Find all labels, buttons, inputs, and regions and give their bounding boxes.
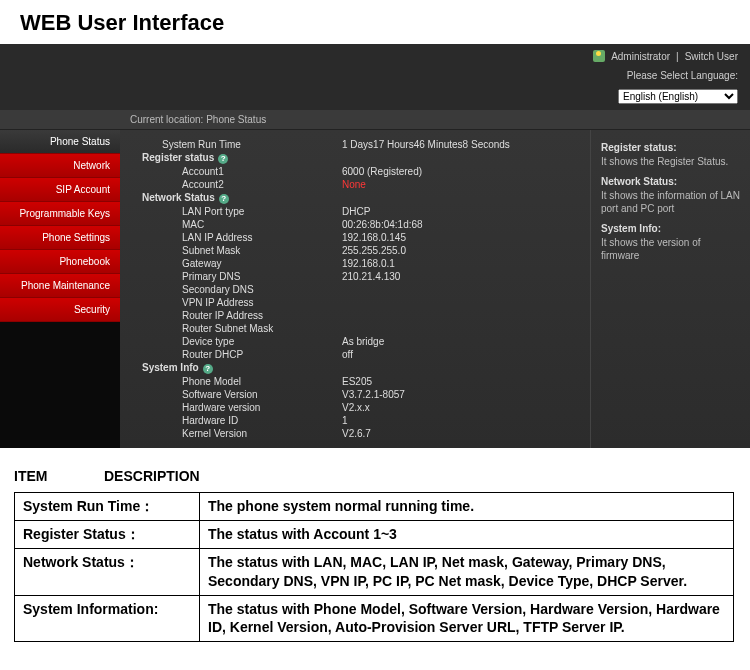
language-label: Please Select Language:	[627, 70, 738, 81]
detail-label: Subnet Mask	[132, 245, 342, 256]
detail-value	[342, 323, 578, 334]
sidebar-fill	[0, 322, 120, 448]
detail-row: System Run Time1 Days17 Hours46 Minutes8…	[132, 138, 578, 151]
description-header: ITEM DESCRIPTION	[14, 468, 736, 484]
detail-row: LAN IP Address192.168.0.145	[132, 231, 578, 244]
sidebar-item-phone-settings[interactable]: Phone Settings	[0, 226, 120, 250]
detail-value: 192.168.0.1	[342, 258, 578, 269]
detail-value	[342, 310, 578, 321]
description-section: ITEM DESCRIPTION System Run Time：The pho…	[0, 448, 750, 662]
topbar: Administrator | Switch User	[0, 44, 750, 68]
detail-value: 6000 (Registered)	[342, 166, 578, 177]
table-row: Network Status：The status with LAN, MAC,…	[15, 548, 734, 595]
table-row: System Run Time：The phone system normal …	[15, 493, 734, 521]
detail-label: Network Status?	[132, 192, 342, 204]
help-register-title: Register status:	[601, 142, 740, 153]
detail-label: Router IP Address	[132, 310, 342, 321]
detail-value: ES205	[342, 376, 578, 387]
detail-label: Router Subnet Mask	[132, 323, 342, 334]
table-row: Register Status：The status with Account …	[15, 520, 734, 548]
detail-label: Device type	[132, 336, 342, 347]
detail-row: Secondary DNS	[132, 283, 578, 296]
detail-label: Hardware ID	[132, 415, 342, 426]
detail-value: 00:26:8b:04:1d:68	[342, 219, 578, 230]
desc-item: System Information:	[15, 595, 200, 642]
desc-col-description: DESCRIPTION	[104, 468, 200, 484]
content: System Run Time1 Days17 Hours46 Minutes8…	[120, 130, 750, 448]
sidebar-item-security[interactable]: Security	[0, 298, 120, 322]
sidebar-item-phone-status[interactable]: Phone Status	[0, 130, 120, 154]
help-system-text: It shows the version of firmware	[601, 236, 740, 262]
detail-value: DHCP	[342, 206, 578, 217]
detail-value: V2.6.7	[342, 428, 578, 439]
detail-label: Hardware version	[132, 402, 342, 413]
sidebar-item-sip-account[interactable]: SIP Account	[0, 178, 120, 202]
detail-label: Secondary DNS	[132, 284, 342, 295]
detail-value: V3.7.2.1-8057	[342, 389, 578, 400]
desc-text: The status with Phone Model, Software Ve…	[200, 595, 734, 642]
help-network-text: It shows the information of LAN port and…	[601, 189, 740, 215]
sidebar-item-phone-maintenance[interactable]: Phone Maintenance	[0, 274, 120, 298]
app-frame: Administrator | Switch User Please Selec…	[0, 44, 750, 448]
detail-label: Account2	[132, 179, 342, 190]
desc-item: System Run Time：	[15, 493, 200, 521]
detail-value	[342, 284, 578, 295]
admin-link[interactable]: Administrator	[611, 51, 670, 62]
detail-row: Account2None	[132, 178, 578, 191]
detail-label: Kernel Version	[132, 428, 342, 439]
detail-row: Network Status?	[132, 191, 578, 205]
detail-value	[342, 362, 578, 374]
breadcrumb: Current location: Phone Status	[0, 110, 750, 130]
detail-row: Hardware ID1	[132, 414, 578, 427]
detail-label: Register status?	[132, 152, 342, 164]
help-icon[interactable]: ?	[203, 364, 213, 374]
detail-value	[342, 192, 578, 204]
user-icon	[593, 50, 605, 62]
desc-item: Network Status：	[15, 548, 200, 595]
detail-label: LAN Port type	[132, 206, 342, 217]
desc-item: Register Status：	[15, 520, 200, 548]
detail-row: Account16000 (Registered)	[132, 165, 578, 178]
detail-label: Account1	[132, 166, 342, 177]
detail-row: Router Subnet Mask	[132, 322, 578, 335]
detail-value: 192.168.0.145	[342, 232, 578, 243]
sidebar-item-phonebook[interactable]: Phonebook	[0, 250, 120, 274]
language-row: Please Select Language:	[0, 68, 750, 87]
help-panel: Register status: It shows the Register S…	[590, 130, 750, 448]
sidebar-item-network[interactable]: Network	[0, 154, 120, 178]
sidebar-item-programmable-keys[interactable]: Programmable Keys	[0, 202, 120, 226]
detail-label: Software Version	[132, 389, 342, 400]
detail-row: Gateway192.168.0.1	[132, 257, 578, 270]
detail-value: V2.x.x	[342, 402, 578, 413]
detail-row: MAC00:26:8b:04:1d:68	[132, 218, 578, 231]
detail-row: Router IP Address	[132, 309, 578, 322]
detail-row: LAN Port typeDHCP	[132, 205, 578, 218]
detail-row: Hardware versionV2.x.x	[132, 401, 578, 414]
detail-value: off	[342, 349, 578, 360]
detail-row: VPN IP Address	[132, 296, 578, 309]
detail-value: 1	[342, 415, 578, 426]
description-table: System Run Time：The phone system normal …	[14, 492, 734, 642]
detail-value	[342, 152, 578, 164]
detail-row: Phone ModelES205	[132, 375, 578, 388]
help-icon[interactable]: ?	[218, 154, 228, 164]
switch-user-link[interactable]: Switch User	[685, 51, 738, 62]
detail-value: None	[342, 179, 578, 190]
detail-label: Phone Model	[132, 376, 342, 387]
detail-row: Software VersionV3.7.2.1-8057	[132, 388, 578, 401]
detail-value: 210.21.4.130	[342, 271, 578, 282]
help-network-title: Network Status:	[601, 176, 740, 187]
sidebar: Phone Status Network SIP Account Program…	[0, 130, 120, 448]
separator: |	[676, 51, 679, 62]
language-select[interactable]: English (English)	[618, 89, 738, 104]
table-row: System Information:The status with Phone…	[15, 595, 734, 642]
detail-label: System Info?	[132, 362, 342, 374]
page-title: WEB User Interface	[0, 0, 750, 44]
help-icon[interactable]: ?	[219, 194, 229, 204]
detail-row: Kernel VersionV2.6.7	[132, 427, 578, 440]
detail-value	[342, 297, 578, 308]
detail-row: Primary DNS210.21.4.130	[132, 270, 578, 283]
detail-label: Primary DNS	[132, 271, 342, 282]
desc-col-item: ITEM	[14, 468, 74, 484]
detail-row: System Info?	[132, 361, 578, 375]
